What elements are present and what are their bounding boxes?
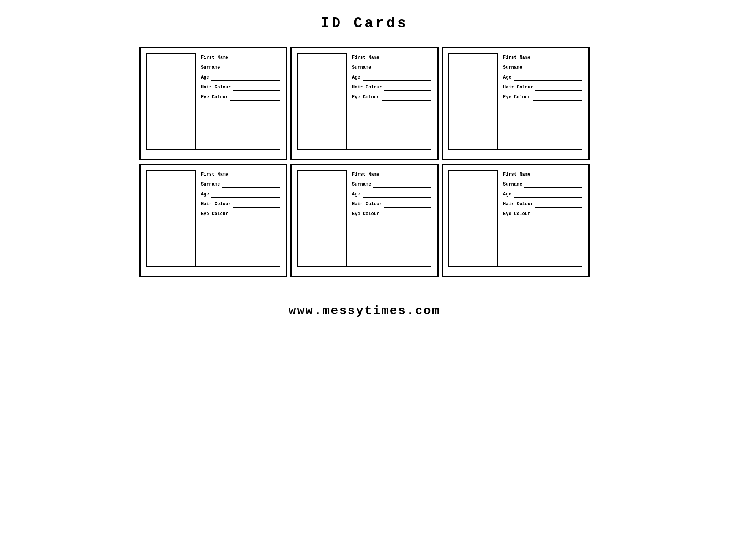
field-row: First Name xyxy=(352,55,431,61)
id-card-3: First Name Surname Age Hair Colour Eye C… xyxy=(442,47,590,160)
field-row: Eye Colour xyxy=(201,211,280,217)
field-row: Hair Colour xyxy=(352,85,431,91)
photo-box-4 xyxy=(146,170,196,266)
age-label: Age xyxy=(503,192,511,198)
surname-line xyxy=(524,66,582,71)
card-bottom-line-3 xyxy=(448,149,582,150)
surname-label: Surname xyxy=(503,182,522,188)
field-row: Eye Colour xyxy=(201,94,280,101)
field-row: Surname xyxy=(201,182,280,188)
field-row: First Name xyxy=(503,172,582,178)
card-bottom-line-1 xyxy=(146,149,280,150)
hair-colour-label: Hair Colour xyxy=(201,85,231,91)
hair-colour-label: Hair Colour xyxy=(352,201,382,208)
age-label: Age xyxy=(201,192,209,198)
field-row: Surname xyxy=(201,65,280,71)
surname-line xyxy=(373,66,431,71)
card-top-3: First Name Surname Age Hair Colour Eye C… xyxy=(448,53,582,149)
surname-line xyxy=(222,182,280,188)
card-bottom-line-6 xyxy=(448,266,582,267)
age-line xyxy=(514,76,582,81)
first-name-line xyxy=(533,173,582,178)
field-row: Eye Colour xyxy=(503,211,582,217)
first-name-label: First Name xyxy=(503,55,530,61)
hair-colour-line xyxy=(535,85,582,91)
hair-colour-label: Hair Colour xyxy=(352,85,382,91)
field-row: Age xyxy=(352,192,431,198)
field-row: Age xyxy=(201,192,280,198)
card-bottom-line-5 xyxy=(297,266,431,267)
age-line xyxy=(211,76,280,81)
eye-colour-line xyxy=(230,212,280,217)
fields-section-6: First Name Surname Age Hair Colour Eye C… xyxy=(503,170,582,266)
age-line xyxy=(363,76,431,81)
field-row: Eye Colour xyxy=(352,94,431,101)
field-row: First Name xyxy=(201,172,280,178)
first-name-label: First Name xyxy=(352,172,379,178)
first-name-line xyxy=(382,56,431,61)
surname-label: Surname xyxy=(201,65,220,71)
first-name-line xyxy=(382,173,431,178)
surname-label: Surname xyxy=(201,182,220,188)
surname-label: Surname xyxy=(352,65,371,71)
first-name-label: First Name xyxy=(503,172,530,178)
field-row: Surname xyxy=(503,182,582,188)
first-name-line xyxy=(230,56,280,61)
photo-box-1 xyxy=(146,53,196,149)
field-row: Surname xyxy=(352,182,431,188)
surname-line xyxy=(524,182,582,188)
surname-label: Surname xyxy=(503,65,522,71)
hair-colour-line xyxy=(384,202,431,208)
field-row: Hair Colour xyxy=(503,85,582,91)
eye-colour-label: Eye Colour xyxy=(201,211,228,217)
eye-colour-label: Eye Colour xyxy=(352,94,379,101)
fields-section-2: First Name Surname Age Hair Colour Eye C… xyxy=(352,53,431,149)
eye-colour-line xyxy=(382,95,431,101)
age-line xyxy=(514,192,582,198)
age-line xyxy=(363,192,431,198)
photo-box-2 xyxy=(297,53,347,149)
hair-colour-label: Hair Colour xyxy=(503,201,533,208)
hair-colour-line xyxy=(233,85,280,91)
hair-colour-label: Hair Colour xyxy=(503,85,533,91)
hair-colour-line xyxy=(535,202,582,208)
field-row: Age xyxy=(503,192,582,198)
surname-line xyxy=(222,66,280,71)
age-label: Age xyxy=(201,75,209,81)
first-name-label: First Name xyxy=(352,55,379,61)
eye-colour-line xyxy=(533,212,582,217)
fields-section-5: First Name Surname Age Hair Colour Eye C… xyxy=(352,170,431,266)
first-name-line xyxy=(230,173,280,178)
eye-colour-line xyxy=(533,95,582,101)
id-card-5: First Name Surname Age Hair Colour Eye C… xyxy=(290,164,439,277)
card-top-6: First Name Surname Age Hair Colour Eye C… xyxy=(448,170,582,266)
first-name-label: First Name xyxy=(201,172,228,178)
card-top-5: First Name Surname Age Hair Colour Eye C… xyxy=(297,170,431,266)
field-row: Age xyxy=(503,75,582,81)
field-row: Hair Colour xyxy=(352,201,431,208)
photo-box-5 xyxy=(297,170,347,266)
field-row: First Name xyxy=(352,172,431,178)
field-row: Hair Colour xyxy=(201,201,280,208)
field-row: Surname xyxy=(352,65,431,71)
card-top-4: First Name Surname Age Hair Colour Eye C… xyxy=(146,170,280,266)
page-title: ID Cards xyxy=(321,15,408,31)
eye-colour-label: Eye Colour xyxy=(201,94,228,101)
age-line xyxy=(211,192,280,198)
field-row: First Name xyxy=(201,55,280,61)
field-row: Eye Colour xyxy=(352,211,431,217)
website-url: www.messytimes.com xyxy=(289,304,440,318)
age-label: Age xyxy=(503,75,511,81)
field-row: Surname xyxy=(503,65,582,71)
eye-colour-label: Eye Colour xyxy=(352,211,379,217)
eye-colour-line xyxy=(382,212,431,217)
field-row: Hair Colour xyxy=(503,201,582,208)
field-row: Eye Colour xyxy=(503,94,582,101)
hair-colour-label: Hair Colour xyxy=(201,201,231,208)
card-bottom-line-2 xyxy=(297,149,431,150)
fields-section-1: First Name Surname Age Hair Colour Eye C… xyxy=(201,53,280,149)
field-row: Hair Colour xyxy=(201,85,280,91)
eye-colour-line xyxy=(230,95,280,101)
cards-grid: First Name Surname Age Hair Colour Eye C… xyxy=(139,47,590,277)
fields-section-4: First Name Surname Age Hair Colour Eye C… xyxy=(201,170,280,266)
